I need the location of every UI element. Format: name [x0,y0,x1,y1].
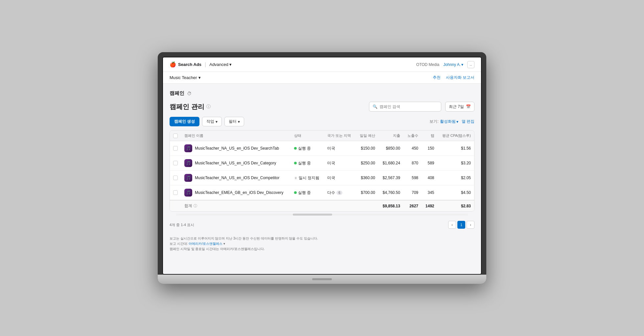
app-chevron-icon: ▾ [198,75,201,80]
timezone-link[interactable]: 아메리카/로스앤젤레스 [189,242,222,245]
app-icon: 🎵 [184,159,192,167]
campaign-name-cell: 🎵 MusicTeacher_EMEA_GB_en_iOS Dev_Discov… [181,185,291,200]
cpa-cell: $1.56 [438,141,474,156]
budget-cell: $360.00 [356,171,379,185]
table-row[interactable]: 🎵 MusicTeacher_NA_US_en_iOS Dev_SearchTa… [170,141,474,156]
top-nav: 🍎 Search Ads | Advanced ▾ OTOD Media Joh… [163,57,481,72]
taps-cell: 150 [422,141,438,156]
col-header-country: 국가 또는 지역 [324,131,356,141]
note-line2: 보고 시간대: 아메리카/로스앤젤레스 ▾ [170,241,474,246]
section-title: 캠페인 관리 [170,102,204,111]
layout-icon: ⎵ [470,63,472,66]
main-content: 캠페인 ⏱ 캠페인 관리 ⓘ 🔍 최근 7일 📅 [163,84,481,274]
col-header-spend: 지출 [379,131,403,141]
row-checkbox[interactable] [173,161,178,165]
col-header-budget: 일일 예산 [356,131,379,141]
note-line1: 보고는 실시간으로 이루어지지 않으며 지난 3시간 동안 수신된 데이터를 반… [170,236,474,241]
status-cell: 실행 중 [291,185,324,200]
toolbar-right: 보기: 활성화됨 ▾ 열 편집 [429,119,474,124]
status-text: 실행 중 [298,160,311,166]
country-text: 미국 [327,161,335,165]
campaign-name-text[interactable]: MusicTeacher_NA_US_en_iOS Dev_Category [195,161,276,165]
filter-button[interactable]: 필터 ▾ [224,117,244,126]
history-icon[interactable]: ⏱ [187,91,192,96]
total-impressions: 2627 [403,200,422,211]
advanced-menu-button[interactable]: Advanced ▾ [209,62,232,67]
total-info-icon[interactable]: ⓘ [194,203,197,208]
view-chevron-icon: ▾ [456,119,458,124]
impressions-cell: 598 [403,171,422,185]
note-line3: 캠페인 시작일 및 종료일 시간대는 아메리카/로스앤젤레스입니다. [170,246,474,252]
scroll-thumb[interactable] [293,214,332,216]
app-icon: 🎵 [184,144,192,152]
layout-toggle-button[interactable]: ⎵ [467,61,474,68]
column-edit-button[interactable]: 열 편집 [462,119,474,124]
campaign-name-text[interactable]: MusicTeacher_EMEA_GB_en_iOS Dev_Discover… [195,190,283,195]
current-page-button[interactable]: 1 [457,221,465,229]
campaign-search-input[interactable] [380,104,438,109]
total-taps: 1492 [422,200,438,211]
status-cell: 실행 중 [291,156,324,171]
col-header-cpa: 평균 CPA(탭스루) [438,131,474,141]
spend-cell: $1,680.24 [379,156,403,171]
status-dot-running [294,191,297,194]
app-icon-symbol: 🎵 [186,176,191,180]
app-icon-symbol: 🎵 [186,190,191,195]
taps-cell: 589 [422,156,438,171]
top-nav-left: 🍎 Search Ads | Advanced ▾ [170,61,232,68]
country-text: 미국 [327,176,335,180]
app-selector-button[interactable]: Music Teacher ▾ [170,75,201,80]
section-title-group: 캠페인 관리 ⓘ [170,102,211,111]
row-checkbox[interactable] [173,146,178,151]
country-cell: 미국 [324,171,356,185]
horizontal-scrollbar[interactable] [176,214,468,216]
campaign-name-cell: 🎵 MusicTeacher_NA_US_en_iOS Dev_SearchTa… [181,141,291,156]
spend-cell: $850.00 [379,141,403,156]
total-cpa: $2.83 [438,200,474,211]
budget-cell: $150.00 [356,141,379,156]
custom-report-link[interactable]: 사용자화 보고서 [446,75,474,80]
budget-cell: $700.00 [356,185,379,200]
total-label: 합계 [184,203,192,209]
section-info-icon[interactable]: ⓘ [206,104,211,110]
col-header-status: 상태 [291,131,324,141]
table-row[interactable]: 🎵 MusicTeacher_NA_US_en_iOS Dev_Category… [170,156,474,171]
prev-page-button[interactable]: ‹ [448,221,456,229]
campaign-search-box[interactable]: 🔍 [369,102,441,112]
view-value-button[interactable]: 활성화됨 ▾ [440,119,458,124]
status-dot-running [294,162,297,164]
user-menu-button[interactable]: Johnny A. ▾ [443,62,463,67]
taps-cell: 345 [422,185,438,200]
app-icon: 🎵 [184,174,192,182]
cpa-cell: $3.20 [438,156,474,171]
row-checkbox[interactable] [173,176,178,180]
country-cell: 미국 [324,156,356,171]
table-row[interactable]: 🎵 MusicTeacher_NA_US_en_iOS Dev_Competit… [170,171,474,185]
country-count-badge: 6 [336,191,342,195]
notes-section: 보고는 실시간으로 이루어지지 않으며 지난 3시간 동안 수신된 데이터를 반… [170,236,474,252]
campaign-name-text[interactable]: MusicTeacher_NA_US_en_iOS Dev_SearchTab [195,146,279,151]
col-header-taps: 탭 [422,131,438,141]
section-header: 캠페인 관리 ⓘ 🔍 최근 7일 📅 [170,102,474,112]
impressions-cell: 450 [403,141,422,156]
calendar-icon: 📅 [466,104,471,109]
country-cell: 미국 [324,141,356,156]
action-button[interactable]: 작업 ▾ [202,117,222,126]
next-page-button[interactable]: › [467,221,474,229]
laptop-base-notch [312,278,332,280]
recommendation-link[interactable]: 추천 [433,75,441,80]
country-text: 다수 [327,190,335,196]
select-all-checkbox[interactable] [173,134,178,138]
create-campaign-button[interactable]: 캠페인 생성 [170,117,199,126]
campaign-name-text[interactable]: MusicTeacher_NA_US_en_iOS Dev_Competitor [195,176,279,180]
pagination-row: 4개 중 1-4 표시 ‹ 1 › [170,218,474,232]
timezone-chevron-icon: ▾ [223,242,225,245]
col-header-impressions: 노출수 [403,131,422,141]
date-filter-button[interactable]: 최근 7일 📅 [445,102,474,112]
row-checkbox[interactable] [173,190,178,195]
spend-cell: $4,760.50 [379,185,403,200]
country-cell: 다수6 [324,185,356,200]
campaigns-tab-label[interactable]: 캠페인 [170,90,184,96]
status-text: 일시 정지됨 [299,175,319,181]
table-row[interactable]: 🎵 MusicTeacher_EMEA_GB_en_iOS Dev_Discov… [170,185,474,200]
